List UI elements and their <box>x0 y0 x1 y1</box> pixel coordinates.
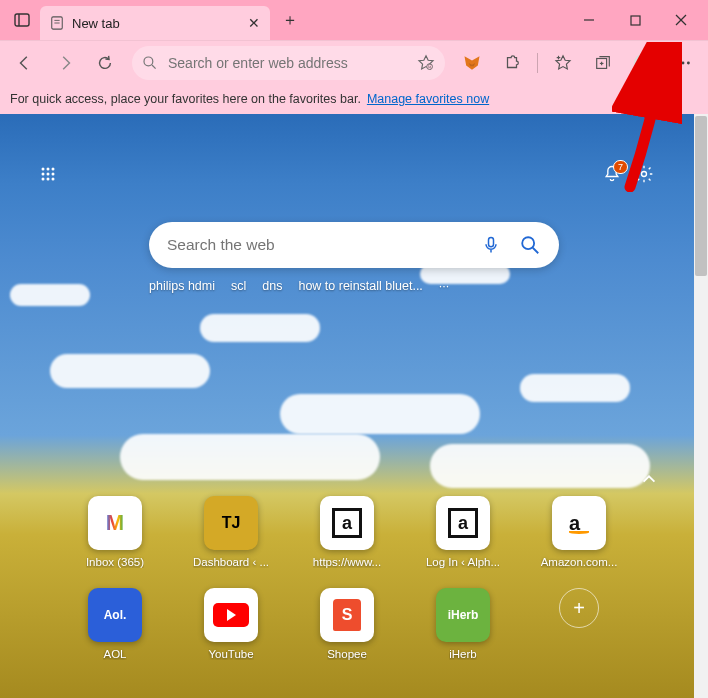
fox-icon <box>462 53 482 73</box>
toolbar-divider <box>537 53 538 73</box>
more-horizontal-icon <box>674 54 692 72</box>
quick-link-icon <box>204 588 258 642</box>
web-search-box[interactable] <box>149 222 559 268</box>
browser-tab[interactable]: New tab ✕ <box>40 6 270 40</box>
quick-link-icon: a <box>320 496 374 550</box>
svg-point-31 <box>52 178 55 181</box>
favorites-bar: For quick access, place your favorites h… <box>0 84 708 114</box>
maximize-button[interactable] <box>612 0 658 40</box>
arrow-left-icon <box>16 54 34 72</box>
voice-search-icon[interactable] <box>481 235 501 255</box>
search-suggestion[interactable]: scl <box>231 279 246 293</box>
web-search-input[interactable] <box>167 236 481 254</box>
collections-button[interactable] <box>584 45 622 81</box>
quick-link-tile[interactable]: MInbox (365) <box>72 496 158 568</box>
svg-point-29 <box>42 178 45 181</box>
quick-link-tile[interactable]: SShopee <box>304 588 390 660</box>
quick-link-icon: S <box>320 588 374 642</box>
svg-point-26 <box>42 173 45 176</box>
quick-link-label: AOL <box>103 648 126 660</box>
tab-close-button[interactable]: ✕ <box>248 15 260 31</box>
quick-link-tile[interactable]: aLog In ‹ Alph... <box>420 496 506 568</box>
vertical-scrollbar[interactable] <box>694 114 708 698</box>
quick-link-tile[interactable]: TJDashboard ‹ ... <box>188 496 274 568</box>
profile-button[interactable] <box>624 45 662 81</box>
tab-title: New tab <box>72 16 240 31</box>
search-submit-icon[interactable] <box>519 234 541 256</box>
extensions-button[interactable] <box>493 45 531 81</box>
arrow-right-icon <box>56 54 74 72</box>
svg-rect-0 <box>15 14 29 26</box>
favorite-star-icon[interactable]: G <box>417 54 435 72</box>
favorites-button[interactable] <box>544 45 582 81</box>
svg-point-30 <box>47 178 50 181</box>
refresh-icon <box>96 54 114 72</box>
quick-link-icon: a <box>552 496 606 550</box>
quick-link-tile[interactable]: ahttps://www... <box>304 496 390 568</box>
close-window-button[interactable] <box>658 0 704 40</box>
svg-point-23 <box>42 168 45 171</box>
page-layout-button[interactable] <box>40 166 56 182</box>
quick-link-label: https://www... <box>313 556 381 568</box>
minimize-button[interactable] <box>566 0 612 40</box>
maximize-icon <box>630 15 641 26</box>
refresh-button[interactable] <box>86 45 124 81</box>
address-bar[interactable]: G <box>132 46 445 80</box>
manage-favorites-link[interactable]: Manage favorites now <box>367 92 489 106</box>
window-controls <box>566 0 704 40</box>
svg-point-22 <box>687 61 690 64</box>
svg-text:G: G <box>428 64 432 69</box>
svg-rect-33 <box>489 238 494 247</box>
new-tab-page: 7 philips hdmiscldnshow to reinstall blu… <box>0 114 708 698</box>
quick-link-tile[interactable]: iHerbiHerb <box>420 588 506 660</box>
tab-actions-icon <box>14 12 30 28</box>
page-settings-button[interactable] <box>634 164 654 184</box>
svg-point-21 <box>682 61 685 64</box>
quick-link-icon: TJ <box>204 496 258 550</box>
collections-icon <box>594 54 612 72</box>
close-icon <box>675 14 687 26</box>
search-suggestion[interactable]: philips hdmi <box>149 279 215 293</box>
page-icon <box>50 16 64 30</box>
notifications-button[interactable]: 7 <box>602 164 622 184</box>
add-quick-link-button[interactable]: + <box>559 588 599 628</box>
svg-point-34 <box>522 237 534 249</box>
search-suggestion[interactable]: how to reinstall bluet... <box>298 279 422 293</box>
search-suggestion[interactable]: dns <box>262 279 282 293</box>
quick-link-label: iHerb <box>449 648 476 660</box>
search-suggestion[interactable]: ··· <box>439 279 449 293</box>
quick-link-icon: a <box>436 496 490 550</box>
back-button[interactable] <box>6 45 44 81</box>
quick-links: MInbox (365)TJDashboard ‹ ...ahttps://ww… <box>0 496 694 680</box>
search-suggestions: philips hdmiscldnshow to reinstall bluet… <box>149 279 559 293</box>
quick-link-tile[interactable]: Aol.AOL <box>72 588 158 660</box>
svg-point-20 <box>676 61 679 64</box>
new-tab-button[interactable]: ＋ <box>274 4 306 36</box>
title-bar: New tab ✕ ＋ <box>0 0 708 40</box>
forward-button[interactable] <box>46 45 84 81</box>
avatar-icon <box>632 52 654 74</box>
quick-link-label: Dashboard ‹ ... <box>193 556 269 568</box>
extension-metamask-icon[interactable] <box>453 45 491 81</box>
favorites-bar-text: For quick access, place your favorites h… <box>10 92 361 106</box>
quick-link-icon: Aol. <box>88 588 142 642</box>
svg-point-24 <box>47 168 50 171</box>
quick-link-label: Shopee <box>327 648 367 660</box>
tab-actions-button[interactable] <box>4 2 40 38</box>
svg-line-35 <box>533 248 539 254</box>
scrollbar-thumb[interactable] <box>695 116 707 276</box>
quick-link-tile[interactable]: YouTube <box>188 588 274 660</box>
expand-quicklinks-button[interactable] <box>640 470 658 488</box>
svg-point-28 <box>52 173 55 176</box>
svg-point-32 <box>642 172 647 177</box>
address-input[interactable] <box>168 55 417 71</box>
minimize-icon <box>583 14 595 26</box>
svg-rect-6 <box>631 16 640 25</box>
quick-link-label: Log In ‹ Alph... <box>426 556 500 568</box>
notifications-badge: 7 <box>613 160 628 174</box>
quick-link-icon: M <box>88 496 142 550</box>
settings-menu-button[interactable] <box>664 45 702 81</box>
svg-point-27 <box>47 173 50 176</box>
quick-link-tile[interactable]: aAmazon.com... <box>536 496 622 568</box>
chevron-up-icon <box>640 470 658 488</box>
